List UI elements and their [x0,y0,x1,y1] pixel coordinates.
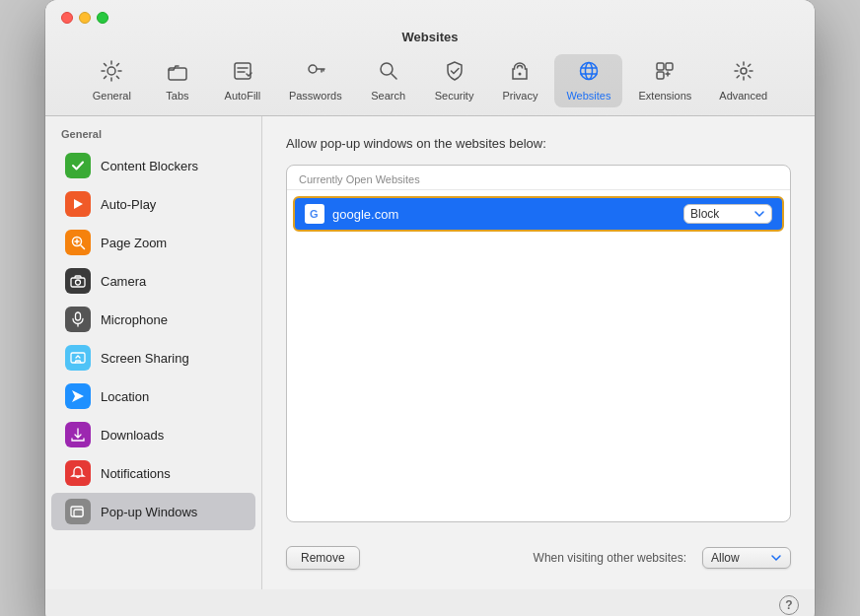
svg-point-9 [585,63,592,80]
camera-icon [65,268,91,294]
panel-empty-area [287,238,790,521]
sidebar-item-microphone[interactable]: Microphone [51,301,255,338]
svg-point-19 [76,280,81,285]
sidebar-item-screen-sharing-label: Screen Sharing [101,351,189,366]
sidebar-item-notifications[interactable]: Notifications [51,454,255,492]
site-favicon: G [305,204,324,224]
main-window: Websites General [45,0,815,616]
sidebar-item-microphone-label: Microphone [101,312,168,327]
sidebar-item-auto-play-label: Auto-Play [101,197,156,212]
svg-point-7 [519,73,522,76]
remove-button[interactable]: Remove [286,546,360,570]
autofill-icon [232,60,253,86]
sidebar-item-popup-windows-label: Pop-up Windows [101,505,197,519]
websites-panel: Currently Open Websites G google.com Blo… [286,165,791,522]
minimize-button[interactable] [79,12,91,24]
tab-privacy[interactable]: Privacy [489,54,550,107]
tabs-icon [167,60,188,86]
help-button[interactable]: ? [779,595,799,615]
allow-select[interactable]: Allow [702,547,791,569]
sidebar-item-downloads[interactable]: Downloads [51,416,255,453]
sidebar: General Content Blockers Auto-Play [45,116,262,589]
popup-windows-icon [65,499,91,524]
tab-security-label: Security [435,90,474,102]
allow-chevron-icon [770,552,782,564]
sidebar-item-screen-sharing[interactable]: Screen Sharing [51,339,255,376]
svg-point-15 [741,68,747,74]
svg-text:G: G [310,208,319,220]
svg-rect-13 [666,63,673,70]
tab-search-label: Search [371,90,405,102]
allow-option-value: Allow [711,551,740,565]
toolbar: General Tabs [81,54,779,115]
tab-advanced[interactable]: Advanced [707,54,779,107]
tab-extensions-label: Extensions [638,90,691,102]
sidebar-item-location-label: Location [101,389,149,404]
location-icon [65,383,91,409]
svg-rect-12 [657,63,664,70]
search-icon [378,60,399,86]
svg-point-0 [108,67,115,75]
advanced-icon [733,60,754,86]
site-name: google.com [332,207,676,222]
svg-rect-14 [657,72,664,79]
tab-websites-label: Websites [566,90,610,102]
main-content: Allow pop-up windows on the websites bel… [262,116,815,589]
maximize-button[interactable] [97,12,108,24]
content-blockers-icon [65,153,91,178]
svg-marker-23 [72,390,84,402]
svg-point-8 [580,63,597,80]
screen-sharing-icon [65,345,91,371]
tab-search[interactable]: Search [358,54,419,107]
traffic-lights [61,12,108,24]
sidebar-header: General [45,128,261,146]
sidebar-item-page-zoom-label: Page Zoom [101,236,167,250]
sidebar-item-downloads-label: Downloads [101,428,164,443]
sidebar-item-location[interactable]: Location [51,377,255,415]
titlebar: Websites General [45,0,815,116]
sidebar-item-camera-label: Camera [101,274,146,289]
main-title: Allow pop-up windows on the websites bel… [286,136,791,151]
sidebar-item-popup-windows[interactable]: Pop-up Windows [51,493,255,530]
website-row[interactable]: G google.com Block [293,196,784,232]
downloads-icon [65,422,91,447]
tab-advanced-label: Advanced [719,90,767,102]
security-icon [444,60,466,86]
passwords-icon [305,60,326,86]
notifications-icon [65,460,91,486]
tab-security[interactable]: Security [423,54,486,107]
site-option-select[interactable]: Block [683,204,772,224]
tab-general[interactable]: General [81,54,143,107]
svg-marker-16 [74,199,83,209]
tab-autofill-label: AutoFill [225,90,261,102]
sidebar-item-page-zoom[interactable]: Page Zoom [51,224,255,261]
general-icon [101,60,122,86]
sidebar-item-notifications-label: Notifications [101,466,171,481]
svg-point-6 [381,63,393,75]
sidebar-item-auto-play[interactable]: Auto-Play [51,185,255,223]
sidebar-item-content-blockers-label: Content Blockers [101,159,198,173]
tab-tabs[interactable]: Tabs [147,54,208,107]
tab-general-label: General [93,90,131,102]
page-zoom-icon [65,230,91,255]
tab-autofill[interactable]: AutoFill [212,54,273,107]
window-title: Websites [402,30,459,44]
tab-extensions[interactable]: Extensions [626,54,703,107]
auto-play-icon [65,191,91,217]
microphone-icon [65,307,91,332]
panel-section-label: Currently Open Websites [287,166,790,190]
sidebar-item-camera[interactable]: Camera [51,262,255,300]
tab-passwords-label: Passwords [289,90,342,102]
websites-icon [578,60,600,86]
svg-rect-20 [76,312,81,320]
extensions-icon [654,60,676,86]
tab-websites[interactable]: Websites [554,54,622,107]
select-chevron-icon [753,208,765,220]
tab-passwords[interactable]: Passwords [277,54,354,107]
tab-tabs-label: Tabs [166,90,188,102]
bottom-bar: Remove When visiting other websites: All… [286,536,791,570]
svg-rect-25 [74,510,83,516]
svg-point-5 [309,65,317,73]
close-button[interactable] [61,12,73,24]
sidebar-item-content-blockers[interactable]: Content Blockers [51,147,255,184]
